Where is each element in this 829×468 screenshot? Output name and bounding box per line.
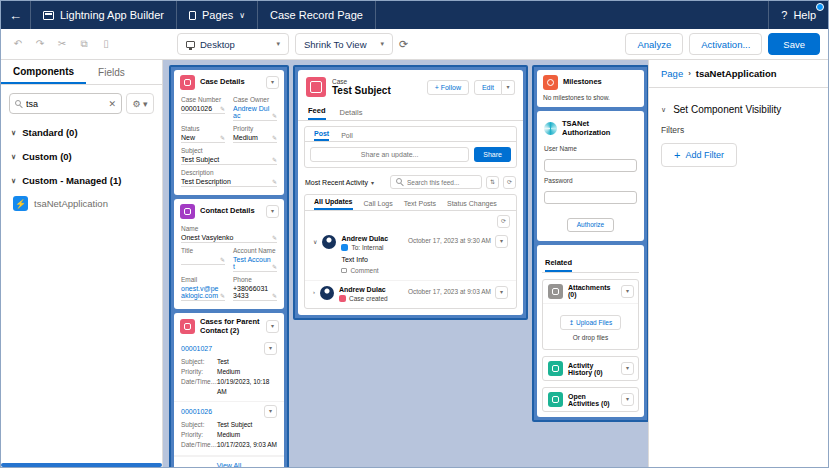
edit-pencil-icon[interactable]: ✎ <box>220 292 225 299</box>
case-subject-link[interactable]: Test <box>217 357 229 367</box>
card-menu-button[interactable]: ▾ <box>266 320 279 333</box>
edit-pencil-icon[interactable]: ✎ <box>220 134 225 141</box>
field-phone: Phone +380660313433✎ <box>233 276 277 301</box>
pages-menu[interactable]: Pages ∨ <box>177 1 258 29</box>
related-lists-component[interactable]: Related Attachments (0) ▾ ↥ Upload Files… <box>537 245 644 418</box>
paste-button[interactable]: ▯ <box>97 35 115 53</box>
feed-item-menu-button[interactable]: ▾ <box>495 235 508 248</box>
more-actions-button[interactable]: ▾ <box>502 80 515 95</box>
component-item-tsanetapplication[interactable]: ⚡ tsaNetApplication <box>1 190 162 217</box>
canvas-refresh-button[interactable]: ⟳ <box>399 38 408 51</box>
collapse-all-button[interactable]: ⇅ <box>486 176 499 189</box>
chevron-down-icon: ∨ <box>11 177 16 185</box>
undo-button[interactable]: ↶ <box>9 35 27 53</box>
password-field[interactable] <box>544 191 637 204</box>
card-menu-button[interactable]: ▾ <box>621 285 634 298</box>
edit-pencil-icon[interactable]: ✎ <box>272 263 277 270</box>
contact-details-component[interactable]: Contact Details ▾ Name Onest Vasylenko✎ … <box>174 199 284 309</box>
tab-fields[interactable]: Fields <box>86 60 137 84</box>
add-filter-button[interactable]: + Add Filter <box>661 143 737 167</box>
feed-filter-text-posts[interactable]: Text Posts <box>404 195 436 210</box>
share-update-input[interactable] <box>310 147 469 162</box>
device-selector[interactable]: Desktop ▾ <box>177 33 289 55</box>
edit-pencil-icon[interactable]: ✎ <box>220 256 225 263</box>
feed-list-refresh-button[interactable]: ⟳ <box>497 215 510 228</box>
section-custom[interactable]: ∨ Custom (0) <box>1 142 162 166</box>
copy-button[interactable]: ⧉ <box>75 35 93 53</box>
edit-pencil-icon[interactable]: ✎ <box>272 112 277 119</box>
edit-pencil-icon[interactable]: ✎ <box>272 292 277 299</box>
save-button[interactable]: Save <box>768 33 820 55</box>
comment-action[interactable]: Comment <box>341 267 402 274</box>
drop-files-hint: Or drop files <box>543 334 638 341</box>
row-menu-button[interactable]: ▾ <box>264 405 277 418</box>
follow-button[interactable]: + Follow <box>427 80 469 95</box>
section-custom-managed[interactable]: ∨ Custom - Managed (1) <box>1 166 162 190</box>
help-button[interactable]: ? Help <box>768 1 828 29</box>
horizontal-scrollbar[interactable] <box>1 463 162 467</box>
authorize-button[interactable]: Authorize <box>567 218 614 232</box>
tab-poll[interactable]: Poll <box>341 127 353 141</box>
card-menu-button[interactable]: ▾ <box>266 76 279 89</box>
section-standard[interactable]: ∨ Standard (0) <box>1 118 162 142</box>
case-details-component[interactable]: Case Details ▾ Case Number 00001026✎ Cas… <box>174 70 284 195</box>
parent-cases-component[interactable]: Cases for Parent Contact (2) ▾ 00001027 … <box>174 313 284 467</box>
breadcrumb-page-link[interactable]: Page <box>661 68 683 79</box>
upload-files-button[interactable]: ↥ Upload Files <box>560 315 621 330</box>
chevron-down-icon[interactable]: ∨ <box>313 238 317 274</box>
feed-author-link[interactable]: Andrew Dulac <box>339 286 403 293</box>
feed-sort-selector[interactable]: Most Recent Activity ▾ <box>305 179 374 186</box>
activity-icon <box>548 361 563 376</box>
redo-button[interactable]: ↷ <box>31 35 49 53</box>
cut-button[interactable]: ✂ <box>53 35 71 53</box>
card-menu-button[interactable]: ▾ <box>266 205 279 218</box>
app-builder-title: Lightning App Builder <box>31 1 177 29</box>
edit-pencil-icon[interactable]: ✎ <box>272 134 277 141</box>
tab-related[interactable]: Related <box>545 258 572 272</box>
component-settings-button[interactable]: ⚙ ▾ <box>126 93 154 114</box>
chevron-down-icon: ∨ <box>11 153 16 161</box>
tab-details[interactable]: Details <box>340 104 363 120</box>
row-menu-button[interactable]: ▾ <box>264 342 277 355</box>
analyze-button[interactable]: Analyze <box>625 33 683 55</box>
username-field[interactable] <box>544 159 637 172</box>
set-component-visibility-section[interactable]: ∨ Set Component Visibility <box>649 88 828 125</box>
field-description: Description Test Description✎ <box>181 169 277 187</box>
feed-author-link[interactable]: Andrew Dulac <box>341 235 402 242</box>
case-subject-link[interactable]: Test Subject <box>217 420 252 430</box>
feed-search-input[interactable] <box>407 179 476 186</box>
tab-components[interactable]: Components <box>1 60 86 84</box>
clear-search-icon[interactable]: ✕ <box>108 99 116 109</box>
case-record-component[interactable]: Case Test Subject + Follow Edit ▾ Fee <box>298 70 523 315</box>
card-menu-button[interactable]: ▾ <box>621 393 634 406</box>
card-menu-button[interactable]: ▾ <box>621 362 634 375</box>
edit-button[interactable]: Edit <box>474 80 502 95</box>
feed-filter-call-logs[interactable]: Call Logs <box>364 195 393 210</box>
avatar <box>320 286 334 300</box>
case-number-link[interactable]: 00001026 <box>181 408 212 415</box>
share-button[interactable]: Share <box>474 147 511 162</box>
edit-pencil-icon[interactable]: ✎ <box>272 234 277 241</box>
feed-filter-all-updates[interactable]: All Updates <box>314 195 353 210</box>
edit-pencil-icon[interactable]: ✎ <box>272 178 277 185</box>
view-mode-selector[interactable]: Shrink To View ▾ <box>295 33 393 55</box>
view-all-link[interactable]: View All <box>217 462 241 468</box>
lightning-component-icon: ⚡ <box>13 196 28 211</box>
edit-pencil-icon[interactable]: ✎ <box>272 156 277 163</box>
field-title: Title ✎ <box>181 247 225 272</box>
chevron-right-icon[interactable]: › <box>313 289 315 302</box>
activation-button[interactable]: Activation... <box>689 33 762 55</box>
file-drop-zone[interactable]: ↥ Upload Files Or drop files <box>543 303 638 350</box>
tab-feed[interactable]: Feed <box>308 104 326 120</box>
edit-pencil-icon[interactable]: ✎ <box>220 105 225 112</box>
activity-icon <box>548 392 563 407</box>
feed-item-menu-button[interactable]: ▾ <box>495 286 508 299</box>
back-button[interactable]: ← <box>1 1 31 29</box>
feed-filter-status-changes[interactable]: Status Changes <box>447 195 497 210</box>
milestones-component[interactable]: Milestones No milestones to show. <box>537 70 644 107</box>
case-number-link[interactable]: 00001027 <box>181 345 212 352</box>
feed-refresh-button[interactable]: ⟳ <box>503 176 516 189</box>
component-search-input[interactable] <box>26 99 105 109</box>
tab-post[interactable]: Post <box>314 127 329 141</box>
tsanet-authorization-component[interactable]: TSANet Authorization User Name Password … <box>537 111 644 241</box>
